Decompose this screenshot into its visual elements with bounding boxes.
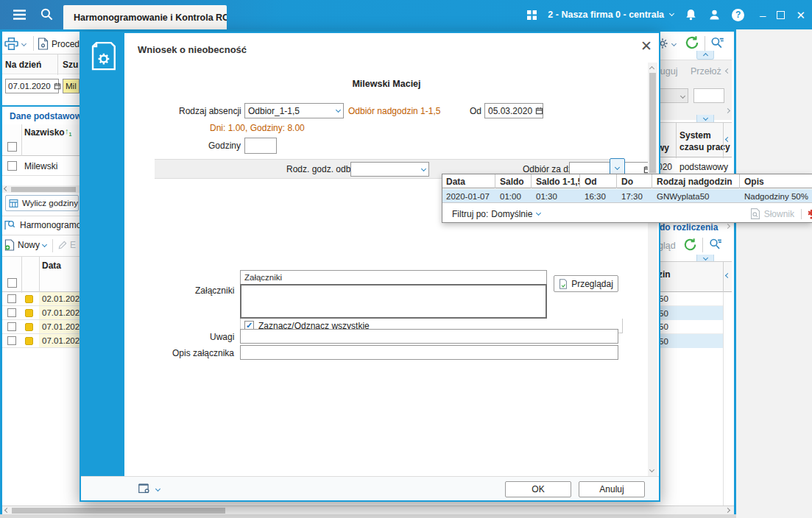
scroll-up-icon[interactable] <box>649 66 654 71</box>
nowy-button[interactable]: Nowy <box>4 239 46 251</box>
scroll-right-icon[interactable] <box>725 508 730 513</box>
od-date-input[interactable]: 05.03.2020 <box>484 103 543 118</box>
window-maximize-button[interactable] <box>777 11 785 19</box>
notifications-bell-icon[interactable] <box>685 8 697 21</box>
popup-cell-saldo15: 01:30 <box>532 189 580 203</box>
procedure-button[interactable]: Procedu <box>38 38 85 50</box>
rodzaj-absencji-select[interactable]: Odbior_1-1,5 <box>244 103 344 118</box>
godziny-input[interactable] <box>244 138 277 154</box>
obsluguj-select[interactable] <box>657 88 688 103</box>
search-filter-icon[interactable] <box>708 237 722 251</box>
table-row[interactable]: 07.01.2020 <box>2 306 80 320</box>
ok-button[interactable]: OK <box>505 481 571 497</box>
opis-zalacznika-label: Opis załącznika <box>172 348 234 358</box>
select-all-people-checkbox[interactable] <box>7 142 17 152</box>
popup-col-saldo[interactable]: Saldo <box>496 174 532 188</box>
anuluj-button[interactable]: Anuluj <box>579 481 645 497</box>
hscroll-thumb[interactable] <box>11 187 76 192</box>
tab-dane-podstawowe[interactable]: Dane podstawowe <box>10 111 87 121</box>
popup-col-do[interactable]: Do <box>618 174 652 188</box>
popup-cell-rodzaj: GNWyplata50 <box>653 189 740 203</box>
row-nazwisko-value: Milewski <box>24 161 57 171</box>
employee-name: Milewski Maciej <box>124 79 649 89</box>
modal-close-icon[interactable]: ✕ <box>640 39 652 53</box>
table-row[interactable]: 07.01.2020 <box>2 334 80 348</box>
date-cell: 02.01.2020 <box>39 292 80 305</box>
scroll-down-icon[interactable] <box>649 467 654 472</box>
popup-col-data[interactable]: Data <box>442 174 495 188</box>
popup-col-opis[interactable]: Opis <box>741 174 812 188</box>
wylicz-godziny-button[interactable]: Wylicz godziny <box>5 195 79 211</box>
table-row[interactable]: 50 <box>655 292 723 306</box>
przegladaj-label: Przeglądaj <box>571 279 613 289</box>
table-row[interactable]: 07.01.2020 <box>2 320 80 334</box>
opis-zalacznika-input[interactable] <box>240 345 618 360</box>
row-checkbox[interactable] <box>7 161 17 171</box>
popup-col-od[interactable]: Od <box>581 174 617 188</box>
popup-col-saldo15[interactable]: Saldo 1-1,5 <box>532 174 580 188</box>
popup-col-rodzaj[interactable]: Rodzaj nadgodzin <box>653 174 740 188</box>
print-button[interactable] <box>4 38 26 50</box>
company-selector[interactable]: 2 - Nasza firma 0 - centrala <box>548 10 674 20</box>
zalaczniki-list-box[interactable] <box>240 284 547 319</box>
table-row[interactable]: 02.01.2020 <box>2 292 80 306</box>
przelozony-input[interactable] <box>693 88 724 103</box>
popup-data-row[interactable]: 2020-01-07 01:00 01:30 16:30 17:30 GNWyp… <box>442 189 812 203</box>
chevron-down-icon <box>615 164 620 169</box>
chevron-right-icon[interactable] <box>725 108 730 113</box>
vscroll-thumb[interactable] <box>649 73 656 173</box>
chevron-down-icon <box>671 40 677 46</box>
window-close-button[interactable]: ✕ <box>796 10 805 21</box>
szukaj-input[interactable]: Mil <box>63 79 80 93</box>
hscroll-thumb[interactable] <box>12 508 225 514</box>
row-checkbox[interactable] <box>7 294 16 303</box>
table-row[interactable]: 50 <box>655 334 723 348</box>
data-column-header[interactable]: Data <box>42 260 61 271</box>
people-table-row[interactable]: Milewski <box>2 157 80 176</box>
uwagi-input[interactable] <box>240 329 618 344</box>
nazwisko-header[interactable]: Nazwisko <box>24 127 65 138</box>
zalaczniki-list-header: Załączniki <box>240 270 547 284</box>
hamburger-menu-icon[interactable] <box>13 10 26 20</box>
data-table-rows: 02.01.2020 07.01.2020 07.01.2020 <box>2 292 80 348</box>
od-label: Od <box>470 106 481 116</box>
help-icon[interactable]: ? <box>732 9 744 21</box>
modal-vscrollbar[interactable] <box>648 63 657 476</box>
row-checkbox[interactable] <box>7 308 16 317</box>
chevron-left-icon[interactable] <box>725 68 730 74</box>
row-checkbox[interactable] <box>7 322 16 331</box>
people-hscrollbar[interactable] <box>2 185 80 193</box>
chevron-left-icon[interactable] <box>725 273 730 278</box>
rodz-godz-odb-select[interactable] <box>350 162 429 177</box>
refresh-icon[interactable] <box>683 238 697 252</box>
sort-ascending-icon[interactable]: ↑1 <box>65 127 71 137</box>
apps-grid-icon[interactable] <box>527 10 537 20</box>
scroll-left-icon[interactable] <box>4 186 9 191</box>
chevron-left-icon[interactable] <box>725 137 730 142</box>
advanced-search-button[interactable] <box>710 35 724 50</box>
date-cell: 07.01.2020 <box>39 306 80 319</box>
chevron-down-icon <box>702 116 707 121</box>
table-row[interactable]: 50 <box>655 306 723 320</box>
window-minimize-button[interactable]: – <box>760 10 766 21</box>
module-tab[interactable]: Harmonogramowanie i Kontrola RC <box>63 5 227 29</box>
edytuj-button[interactable]: E <box>57 240 76 250</box>
table-row[interactable]: 50 <box>655 320 723 334</box>
slownik-button[interactable]: Słownik <box>750 208 794 219</box>
form-settings-button[interactable] <box>138 483 160 494</box>
popup-footer: Filtruj po: Domyślnie Słownik <box>442 204 812 223</box>
refresh-button[interactable] <box>685 35 699 50</box>
scroll-left-icon[interactable] <box>4 508 10 513</box>
tab-do-rozliczenia[interactable]: do rozliczenia <box>660 222 718 233</box>
harmonogram-section[interactable]: Harmonogramo <box>4 219 80 231</box>
select-all-rows-checkbox[interactable] <box>7 278 17 288</box>
search-icon[interactable] <box>40 7 54 21</box>
na-dzien-date-input[interactable]: 07.01.2020 <box>5 79 59 93</box>
user-profile-icon[interactable] <box>708 8 721 21</box>
filter-value[interactable]: Domyślnie <box>491 209 532 219</box>
collapse-up-button[interactable] <box>696 51 714 60</box>
rodzaj-absencji-label: Rodzaj absencji <box>179 106 241 116</box>
przegladaj-button[interactable]: Przeglądaj <box>554 275 618 292</box>
window-hscrollbar[interactable] <box>2 505 734 514</box>
row-checkbox[interactable] <box>7 336 16 345</box>
